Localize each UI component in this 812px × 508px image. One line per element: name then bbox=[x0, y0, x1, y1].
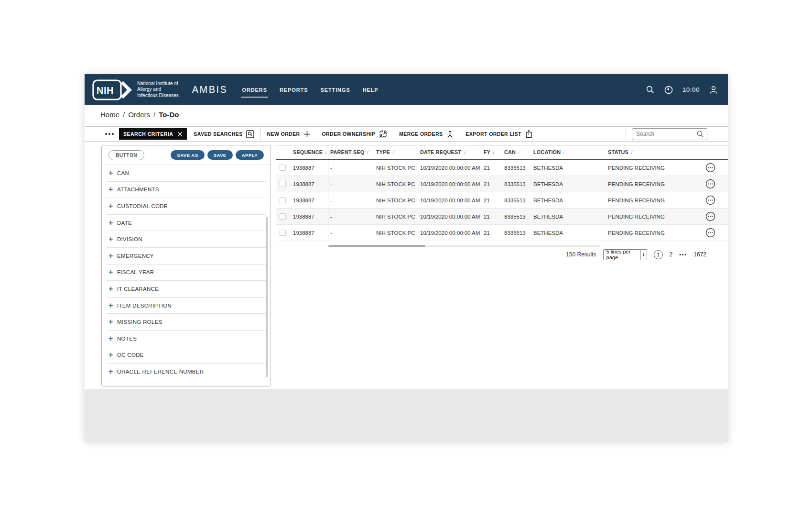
plus-icon: + bbox=[108, 235, 117, 243]
ownership-swap-icon bbox=[379, 130, 388, 138]
location-value: BETHESDA bbox=[531, 209, 600, 224]
parent-seq-value: - bbox=[328, 209, 375, 224]
table-row: 1938887 - NIH STOCK PC 10/19/2020 00:00:… bbox=[276, 160, 728, 176]
status-value: PENDING RECEIVING bbox=[608, 165, 665, 171]
row-checkbox[interactable] bbox=[280, 230, 286, 236]
plus-icon: + bbox=[108, 351, 117, 359]
panel-scrollbar[interactable] bbox=[266, 217, 268, 377]
filter-item-it-clearance[interactable]: +IT CLEARANCE bbox=[107, 281, 266, 298]
row-checkbox[interactable] bbox=[280, 197, 286, 203]
filter-item-oc-code[interactable]: +OC CODE bbox=[107, 347, 266, 364]
breadcrumb-separator: / bbox=[153, 110, 155, 119]
horizontal-scrollbar-thumb[interactable] bbox=[328, 245, 425, 247]
filter-item-item-description[interactable]: +ITEM DESCRIPTION bbox=[107, 298, 266, 314]
filter-item-fiscal-year[interactable]: +FISCAL YEAR bbox=[107, 265, 266, 281]
save-button[interactable]: SAVE bbox=[207, 150, 233, 160]
panel-actions: BUTTON SAVE AS SAVE APPLY bbox=[102, 145, 271, 165]
column-header-parent-seq[interactable]: PARENT SEQ↓↑ bbox=[328, 145, 375, 159]
column-header-location[interactable]: LOCATION↓↑ bbox=[531, 145, 600, 159]
sequence-value: 1938887 bbox=[293, 165, 314, 171]
row-actions-icon[interactable] bbox=[705, 211, 715, 221]
lines-per-page-select[interactable]: 5 lines per page ▲▼ bbox=[603, 249, 647, 260]
plus-icon: + bbox=[108, 302, 117, 309]
column-header-date-request[interactable]: DATE REQUEST↓↑ bbox=[419, 145, 480, 159]
location-value: BETHESDA bbox=[531, 225, 600, 241]
filter-item-attachments[interactable]: +ATTACHMENTS bbox=[107, 182, 266, 199]
top-nav: ORDERS REPORTS SETTINGS HELP bbox=[241, 74, 379, 105]
row-checkbox[interactable] bbox=[280, 213, 286, 220]
breadcrumb: Home / Orders / To-Do bbox=[100, 110, 179, 119]
overflow-menu-icon[interactable] bbox=[105, 133, 114, 135]
table-row: 1938887 - NIH STOCK PC 10/19/2020 00:00:… bbox=[276, 209, 728, 225]
row-actions-icon[interactable] bbox=[705, 179, 715, 189]
apply-button[interactable]: APPLY bbox=[236, 150, 264, 160]
current-time: 10:00 bbox=[682, 86, 700, 93]
filter-item-emergency[interactable]: +EMERGENCY bbox=[107, 248, 266, 265]
filter-item-date[interactable]: +DATE bbox=[107, 215, 266, 232]
filter-item-division[interactable]: +DIVISION bbox=[107, 231, 266, 248]
saved-search-icon bbox=[246, 130, 254, 138]
search-criteria-chip[interactable]: SEARCH CRITERIA bbox=[119, 128, 187, 140]
page-1-button[interactable]: 1 bbox=[654, 250, 663, 259]
sequence-value: 1938887 bbox=[293, 214, 314, 220]
export-order-list-button[interactable]: EXPORT ORDER LIST bbox=[466, 130, 532, 138]
plus-icon: + bbox=[108, 268, 117, 276]
saved-searches-button[interactable]: SAVED SEARCHES bbox=[194, 130, 254, 138]
app-header: NIH National Institute of Allergy and In… bbox=[85, 74, 728, 105]
column-header-type[interactable]: TYPE↓↑ bbox=[375, 145, 419, 159]
column-header-can[interactable]: CAN↓↑ bbox=[501, 145, 531, 159]
filter-item-missing-roles[interactable]: +MISSING ROLES bbox=[107, 314, 266, 331]
export-icon bbox=[525, 130, 533, 138]
sequence-value: 1938887 bbox=[293, 198, 314, 203]
page-ellipsis[interactable]: ••• bbox=[679, 252, 687, 257]
filter-item-can[interactable]: +CAN bbox=[107, 165, 266, 182]
column-header-status[interactable]: STATUS↓↑ bbox=[600, 145, 728, 159]
last-page-button[interactable]: 1672 bbox=[693, 251, 706, 258]
status-value: PENDING RECEIVING bbox=[608, 214, 665, 220]
close-icon[interactable] bbox=[177, 132, 183, 137]
nav-help[interactable]: HELP bbox=[362, 84, 379, 96]
nav-settings[interactable]: SETTINGS bbox=[319, 84, 351, 96]
nav-reports[interactable]: REPORTS bbox=[279, 84, 309, 96]
nav-orders[interactable]: ORDERS bbox=[241, 84, 268, 98]
select-arrows-icon: ▲▼ bbox=[640, 250, 646, 260]
table-search bbox=[626, 128, 707, 140]
can-value: 8335513 bbox=[501, 209, 531, 224]
sort-icon: ↓↑ bbox=[563, 150, 566, 155]
merge-orders-button[interactable]: MERGE ORDERS bbox=[399, 130, 454, 138]
row-checkbox[interactable] bbox=[280, 165, 286, 171]
user-icon[interactable] bbox=[709, 85, 718, 95]
clock-icon[interactable] bbox=[664, 85, 673, 95]
filter-item-oracle-reference-number[interactable]: +ORACLE REFERENCE NUMBER bbox=[107, 364, 266, 380]
plus-icon: + bbox=[108, 169, 117, 177]
table-body: 1938887 - NIH STOCK PC 10/19/2020 00:00:… bbox=[276, 160, 728, 241]
row-actions-icon[interactable] bbox=[705, 228, 715, 238]
page-2-button[interactable]: 2 bbox=[670, 251, 673, 258]
filter-item-custodial-code[interactable]: +CUSTODIAL CODE bbox=[107, 198, 266, 215]
column-header-fy[interactable]: FY↓↑ bbox=[480, 145, 501, 159]
row-checkbox[interactable] bbox=[280, 181, 286, 187]
plus-icon: + bbox=[108, 202, 117, 210]
search-icon[interactable] bbox=[646, 85, 655, 94]
breadcrumb-separator: / bbox=[123, 110, 125, 119]
horizontal-scrollbar-track[interactable] bbox=[328, 245, 600, 247]
breadcrumb-orders[interactable]: Orders bbox=[128, 110, 150, 119]
fy-value: 21 bbox=[480, 176, 501, 192]
new-order-button[interactable]: NEW ORDER bbox=[267, 131, 311, 138]
column-header-sequence[interactable]: SEQUENCE↓↑ bbox=[276, 145, 328, 159]
results-count: 150 Results bbox=[566, 251, 596, 258]
button-pill[interactable]: BUTTON bbox=[108, 150, 144, 160]
breadcrumb-home[interactable]: Home bbox=[100, 110, 119, 119]
plus-icon: + bbox=[108, 368, 117, 375]
search-icon bbox=[696, 130, 704, 138]
order-ownership-button[interactable]: ORDER OWNERSHIP bbox=[322, 130, 388, 138]
row-actions-icon[interactable] bbox=[705, 195, 715, 205]
row-actions-icon[interactable] bbox=[705, 163, 715, 173]
parent-seq-value: - bbox=[328, 192, 375, 208]
save-as-button[interactable]: SAVE AS bbox=[171, 150, 204, 160]
filter-item-notes[interactable]: +NOTES bbox=[107, 331, 266, 347]
type-value: NIH STOCK PC bbox=[375, 176, 419, 192]
table-row: 1938887 - NIH STOCK PC 10/19/2020 00:00:… bbox=[276, 192, 728, 209]
nih-logo: NIH bbox=[92, 79, 134, 101]
date-request-value: 10/19/2020 00:00:00 AM bbox=[419, 176, 480, 192]
